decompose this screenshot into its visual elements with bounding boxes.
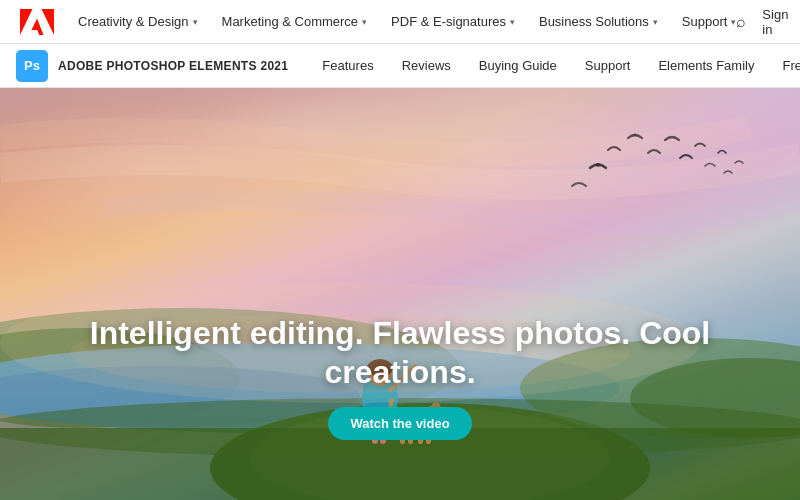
top-navigation: Creativity & Design ▾ Marketing & Commer… <box>0 0 800 44</box>
product-icon: Ps <box>16 50 48 82</box>
watch-video-button[interactable]: Watch the video <box>328 407 471 440</box>
hero-section: Intelligent editing. Flawless photos. Co… <box>0 88 800 500</box>
chevron-icon: ▾ <box>362 17 367 27</box>
chevron-icon: ▾ <box>653 17 658 27</box>
signin-link[interactable]: Sign in <box>762 7 788 37</box>
product-navigation: Ps ADOBE PHOTOSHOP ELEMENTS 2021 Feature… <box>0 44 800 88</box>
hero-text-area: Intelligent editing. Flawless photos. Co… <box>0 314 800 440</box>
product-nav-features[interactable]: Features <box>308 44 387 88</box>
chevron-icon: ▾ <box>510 17 515 27</box>
top-nav-right: ⌕ Sign in <box>736 7 788 37</box>
nav-pdf-esignatures[interactable]: PDF & E-signatures ▾ <box>391 14 515 29</box>
adobe-logo[interactable] <box>20 9 54 35</box>
nav-creativity-design[interactable]: Creativity & Design ▾ <box>78 14 198 29</box>
product-name: ADOBE PHOTOSHOP ELEMENTS 2021 <box>58 59 288 73</box>
product-nav-links: Features Reviews Buying Guide Support El… <box>308 44 800 88</box>
chevron-icon: ▾ <box>193 17 198 27</box>
product-nav-reviews[interactable]: Reviews <box>388 44 465 88</box>
product-nav-support[interactable]: Support <box>571 44 645 88</box>
nav-marketing-commerce[interactable]: Marketing & Commerce ▾ <box>222 14 368 29</box>
nav-business-solutions[interactable]: Business Solutions ▾ <box>539 14 658 29</box>
nav-support[interactable]: Support ▾ <box>682 14 737 29</box>
product-nav-elements-family[interactable]: Elements Family <box>644 44 768 88</box>
svg-text:Ps: Ps <box>24 58 40 73</box>
product-logo-area: Ps ADOBE PHOTOSHOP ELEMENTS 2021 <box>16 50 288 82</box>
hero-headline: Intelligent editing. Flawless photos. Co… <box>20 314 780 391</box>
search-icon[interactable]: ⌕ <box>736 13 746 31</box>
product-nav-buying-guide[interactable]: Buying Guide <box>465 44 571 88</box>
top-nav-left: Creativity & Design ▾ Marketing & Commer… <box>20 9 736 35</box>
product-nav-free-trial[interactable]: Free Trial <box>768 44 800 88</box>
